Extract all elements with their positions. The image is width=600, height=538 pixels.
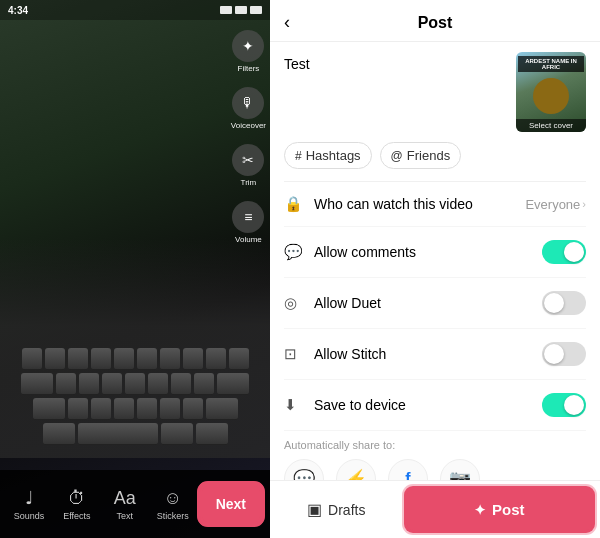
friends-button[interactable]: @ Friends [380,142,462,169]
friends-label: Friends [407,148,450,163]
signal-icon [220,6,232,14]
kb-key [206,348,226,370]
kb-key [33,398,65,420]
who-can-watch-value: Everyone › [525,197,586,212]
next-button-wrapper: Next [198,482,264,526]
left-panel: 4:34 ✦ Filters 🎙 Voiceover ✂ Trim [0,0,270,538]
thumbnail[interactable]: ARDEST NAME IN AFRIC Select cover [516,52,586,132]
who-can-watch-label: Who can watch this video [314,196,525,212]
post-header: ‹ Post [270,0,600,42]
whatsapp-share-button[interactable]: 💬 [284,459,324,480]
messenger-icon: ⚡ [345,468,367,480]
tags-row: # Hashtags @ Friends [284,142,586,169]
back-arrow-icon[interactable]: ‹ [284,12,290,33]
kb-key [68,398,88,420]
select-cover-label: Select cover [516,119,586,132]
next-button[interactable]: Next [202,486,260,522]
toggle-knob [544,344,564,364]
kb-key [229,348,249,370]
allow-duet-row: ◎ Allow Duet [284,278,586,329]
filters-icon: ✦ [242,38,254,54]
facebook-icon: f [405,470,410,480]
trim-item[interactable]: ✂ Trim [232,144,264,187]
hashtags-label: Hashtags [306,148,361,163]
comment-icon: 💬 [284,243,306,261]
kb-key [206,398,238,420]
effects-item[interactable]: ⏱ Effects [54,488,100,521]
description-row: Test ARDEST NAME IN AFRIC Select cover [284,52,586,132]
filters-item[interactable]: ✦ Filters [232,30,264,73]
sounds-icon: ♩ [25,487,33,509]
whatsapp-icon: 💬 [293,468,315,480]
drafts-icon: ▣ [307,500,322,519]
status-time: 4:34 [8,5,28,16]
text-item[interactable]: Aa Text [102,488,148,521]
save-device-label: Save to device [314,397,542,413]
instagram-share-button[interactable]: 📷 [440,459,480,480]
kb-key [114,348,134,370]
post-button[interactable]: ✦ Post [407,489,593,530]
kb-key [56,373,76,395]
kb-key [148,373,168,395]
stitch-icon: ⊡ [284,345,306,363]
stickers-item[interactable]: ☺ Stickers [150,488,196,521]
status-icons [220,6,262,14]
text-icon: Aa [114,488,136,509]
trim-label: Trim [241,178,257,187]
share-label: Automatically share to: [284,439,586,451]
kb-key [183,398,203,420]
kb-key [68,348,88,370]
drafts-label: Drafts [328,502,365,518]
allow-stitch-toggle[interactable] [542,342,586,366]
effects-label: Effects [63,511,90,521]
toggle-knob [564,242,584,262]
save-device-row: ⬇ Save to device [284,380,586,431]
allow-stitch-label: Allow Stitch [314,346,542,362]
bottom-bar: ▣ Drafts ✦ Post [270,480,600,538]
kb-key [45,348,65,370]
drafts-button[interactable]: ▣ Drafts [270,481,403,538]
kb-key [183,348,203,370]
facebook-share-button[interactable]: f [388,459,428,480]
description-text[interactable]: Test [284,52,506,72]
toggle-knob [544,293,564,313]
hashtags-button[interactable]: # Hashtags [284,142,372,169]
volume-item[interactable]: ≡ Volume [232,201,264,244]
right-panel: ‹ Post Test ARDEST NAME IN AFRIC Select … [270,0,600,538]
allow-duet-toggle[interactable] [542,291,586,315]
settings-section: 🔒 Who can watch this video Everyone › 💬 … [284,181,586,431]
voiceover-label: Voiceover [231,121,266,130]
kb-key [161,423,193,445]
messenger-share-button[interactable]: ⚡ [336,459,376,480]
who-can-watch-row[interactable]: 🔒 Who can watch this video Everyone › [284,182,586,227]
bottom-toolbar: ♩ Sounds ⏱ Effects Aa Text ☺ Stickers Ne… [0,470,270,538]
kb-key [43,423,75,445]
keyboard-area [0,238,270,458]
kb-key [91,398,111,420]
toggle-knob [564,395,584,415]
at-icon: @ [391,149,403,163]
share-section: Automatically share to: 💬 ⚡ f 📷 [284,431,586,480]
voiceover-item[interactable]: 🎙 Voiceover [231,87,266,130]
save-device-toggle[interactable] [542,393,586,417]
post-label: Post [492,501,525,518]
sounds-item[interactable]: ♩ Sounds [6,487,52,521]
lock-icon: 🔒 [284,195,306,213]
kb-key [171,373,191,395]
voiceover-icon: 🎙 [241,95,255,111]
kb-key [91,348,111,370]
kb-key [196,423,228,445]
allow-comments-toggle[interactable] [542,240,586,264]
kb-key [79,373,99,395]
kb-key [194,373,214,395]
allow-comments-row: 💬 Allow comments [284,227,586,278]
kb-key [160,348,180,370]
save-icon: ⬇ [284,396,306,414]
effects-icon: ⏱ [68,488,86,509]
kb-key [160,398,180,420]
allow-duet-label: Allow Duet [314,295,542,311]
kb-key [22,348,42,370]
sounds-label: Sounds [14,511,45,521]
kb-key [217,373,249,395]
share-icons-row: 💬 ⚡ f 📷 [284,459,586,480]
